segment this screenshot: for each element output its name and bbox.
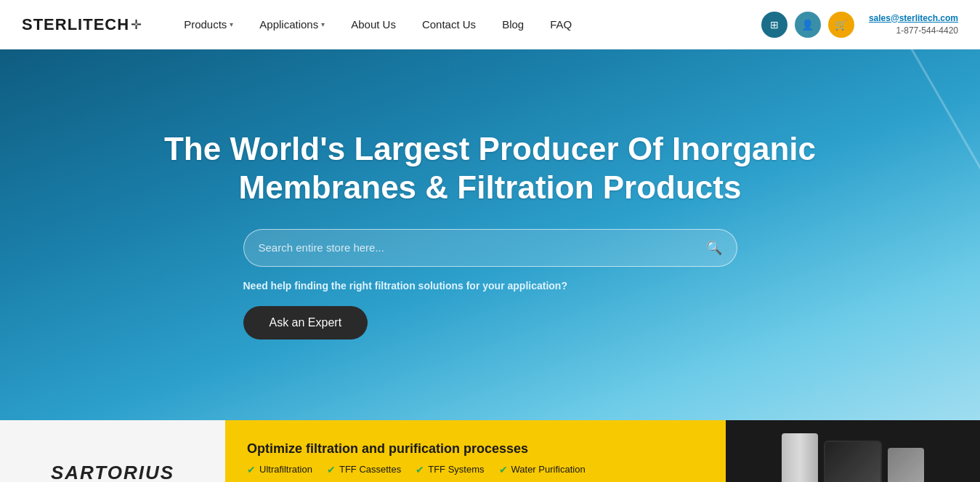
nav-products[interactable]: Products ▾: [171, 0, 246, 49]
logo-icon: ✛: [131, 17, 142, 33]
user-icon: 👤: [801, 19, 814, 31]
hero-content: The World's Largest Producer Of Inorgani…: [0, 130, 980, 340]
feature-tff-cassettes: ✔ TFF Cassettes: [327, 464, 401, 475]
brand-logo-section: SARTORIUS: [0, 420, 225, 482]
ask-expert-button[interactable]: Ask an Expert: [243, 306, 368, 340]
check-icon: ✔: [327, 464, 336, 475]
machine-equipment: [824, 441, 882, 483]
chevron-down-icon: ▾: [321, 20, 325, 28]
user-button[interactable]: 👤: [795, 12, 821, 38]
logo-text: STERLITECH: [22, 15, 129, 34]
feature-ultrafiltration: ✔ Ultrafiltration: [247, 464, 312, 475]
banner-content: Optimize filtration and purification pro…: [225, 420, 726, 482]
hero-title: The World's Largest Producer Of Inorgani…: [163, 130, 817, 207]
promo-banner: SARTORIUS Optimize filtration and purifi…: [0, 420, 980, 482]
header-actions: ⊞ 👤 🛒 sales@sterlitech.com 1-877-544-442…: [761, 12, 958, 38]
main-nav: Products ▾ Applications ▾ About Us Conta…: [171, 0, 761, 49]
check-icon: ✔: [247, 464, 256, 475]
sartorius-logo: SARTORIUS: [51, 462, 174, 482]
check-icon: ✔: [499, 464, 508, 475]
nav-contact-us[interactable]: Contact Us: [409, 0, 489, 49]
contact-phone: 1-877-544-4420: [896, 25, 958, 36]
search-input[interactable]: [259, 241, 703, 254]
equipment-visual: [782, 433, 924, 483]
logo[interactable]: STERLITECH ✛: [22, 15, 142, 34]
contact-info: sales@sterlitech.com 1-877-544-4420: [869, 13, 958, 36]
check-icon: ✔: [416, 464, 424, 475]
compare-button[interactable]: ⊞: [761, 12, 787, 38]
feature-water-purification: ✔ Water Purification: [499, 464, 586, 475]
header: STERLITECH ✛ Products ▾ Applications ▾ A…: [0, 0, 980, 49]
search-button[interactable]: 🔍: [703, 237, 725, 259]
cart-button[interactable]: 🛒: [828, 12, 854, 38]
banner-equipment-image: Activate WindowsGo to Settings to activa…: [726, 420, 980, 482]
chevron-down-icon: ▾: [230, 20, 233, 28]
compare-icon: ⊞: [770, 19, 779, 31]
hero-section: The World's Largest Producer Of Inorgani…: [0, 49, 980, 420]
cylinder-equipment: [782, 433, 818, 483]
search-icon: 🔍: [706, 241, 722, 255]
banner-title: Optimize filtration and purification pro…: [247, 441, 704, 457]
nav-blog[interactable]: Blog: [489, 0, 537, 49]
nav-about-us[interactable]: About Us: [338, 0, 409, 49]
nav-applications[interactable]: Applications ▾: [246, 0, 338, 49]
small-equipment: [888, 448, 924, 483]
feature-tff-systems: ✔ TFF Systems: [416, 464, 484, 475]
nav-faq[interactable]: FAQ: [537, 0, 585, 49]
cart-icon: 🛒: [835, 19, 847, 31]
banner-features: ✔ Ultrafiltration ✔ TFF Cassettes ✔ TFF …: [247, 464, 704, 475]
contact-email[interactable]: sales@sterlitech.com: [869, 13, 958, 23]
help-text: Need help finding the right filtration s…: [243, 280, 567, 292]
search-bar: 🔍: [243, 229, 737, 267]
